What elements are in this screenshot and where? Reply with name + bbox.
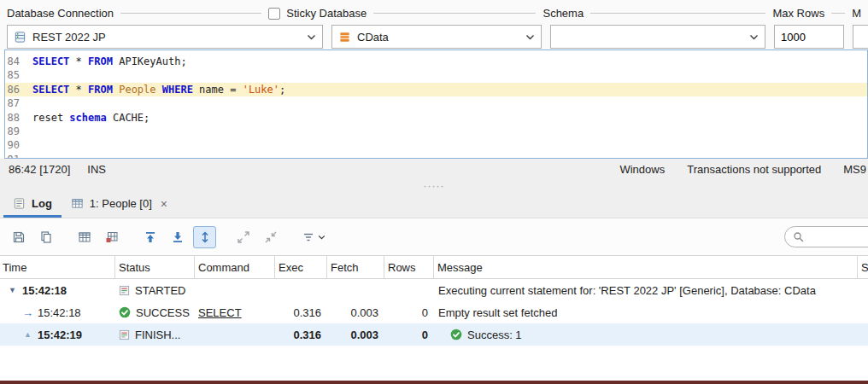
expand-all-button[interactable]: [232, 226, 255, 248]
log-search-box[interactable]: [784, 226, 868, 247]
log-time-cell: ▼15:42:18: [0, 284, 115, 297]
editor-line[interactable]: 91: [5, 153, 867, 159]
column-header-rows[interactable]: Rows: [384, 256, 434, 278]
code-text: SELECT * FROM People WHERE name = 'Luke'…: [27, 83, 285, 96]
chevron-down-icon: [525, 34, 535, 40]
expand-all-icon: [237, 230, 250, 244]
toolbar-controls-row: REST 2022 JP CData: [0, 24, 868, 49]
copy-log-button[interactable]: [34, 226, 57, 248]
table-add-icon: [105, 230, 119, 244]
column-header-status[interactable]: Status: [115, 256, 195, 278]
editor-line[interactable]: 88reset schema CACHE;: [5, 111, 867, 125]
time-value: 15:42:19: [38, 329, 82, 341]
log-message-cell: Success: 1: [434, 329, 858, 341]
editor-line[interactable]: 86SELECT * FROM People WHERE name = 'Luk…: [5, 83, 867, 96]
code-text: [27, 68, 32, 82]
column-header-s[interactable]: S: [858, 256, 868, 278]
status-right-group: Windows Transactions not supported MS9: [619, 163, 868, 176]
next-control-cut[interactable]: [853, 25, 868, 49]
transactions-indicator: Transactions not supported: [687, 163, 821, 176]
max-rows-input[interactable]: [781, 31, 837, 44]
search-input[interactable]: [809, 230, 868, 243]
close-icon[interactable]: ×: [161, 197, 167, 211]
scroll-to-bottom-button[interactable]: [166, 226, 189, 248]
column-header-fetch[interactable]: Fetch: [327, 256, 384, 278]
connection-toolbar: Database Connection Sticky Database Sche…: [0, 0, 868, 49]
editor-line[interactable]: 84SELECT * FROM APIKeyAuth;: [5, 55, 867, 68]
tail-mode-toggle[interactable]: [193, 226, 216, 248]
log-time-cell: →15:42:18: [0, 306, 115, 319]
log-icon: [13, 197, 26, 210]
editor-line[interactable]: 87: [5, 96, 867, 110]
code-token: CACHE;: [107, 112, 150, 124]
caret-position: 86:42 [1720]: [9, 163, 70, 176]
column-header-command[interactable]: Command: [195, 256, 275, 278]
finish-arrow-icon[interactable]: ▲: [21, 330, 35, 339]
tab-people-result[interactable]: 1: People [0] ×: [62, 192, 177, 218]
log-status-cell: STARTED: [115, 284, 195, 297]
command-link[interactable]: SELECT: [198, 306, 242, 319]
chevron-down-icon: [749, 34, 759, 40]
message-text: Empty result set fetched: [438, 306, 557, 319]
log-options-dropdown[interactable]: [297, 226, 330, 248]
log-row[interactable]: ▲15:42:19FINISH...0.3160.0030Success: 1: [0, 323, 868, 346]
log-row[interactable]: →15:42:18SUCCESSSELECT0.3160.0030Empty r…: [0, 301, 868, 323]
time-value: 15:42:18: [22, 284, 67, 297]
line-number: 87: [5, 96, 27, 110]
save-log-button[interactable]: [7, 226, 30, 248]
tab-people-label: 1: People [0]: [90, 197, 152, 210]
code-token: SELECT: [32, 84, 69, 96]
code-text: [27, 153, 32, 159]
tab-log[interactable]: Log: [3, 192, 62, 218]
column-header-exec[interactable]: Exec: [275, 256, 327, 278]
status-value: SUCCESS: [136, 306, 190, 319]
column-header-time[interactable]: Time: [0, 256, 115, 278]
database-select[interactable]: CData: [331, 25, 542, 49]
fetch-time-cell: 0.003: [327, 329, 384, 341]
database-connection-select[interactable]: REST 2022 JP: [7, 25, 323, 49]
platform-indicator: Windows: [619, 163, 665, 176]
line-number: 85: [5, 68, 27, 82]
scroll-to-top-button[interactable]: [138, 226, 161, 248]
tail-mode-icon: [198, 230, 212, 244]
schema-label: Schema: [542, 7, 584, 20]
code-text: [27, 96, 32, 110]
show-grid-button[interactable]: [73, 226, 96, 248]
line-number: 88: [5, 111, 27, 125]
status-value: FINISH...: [135, 329, 180, 341]
pin-grid-button[interactable]: [100, 226, 123, 248]
message-text: Success: 1: [467, 329, 522, 341]
splitter-handle[interactable]: ·····: [0, 179, 868, 192]
log-message-cell: Executing current statement for: 'REST 2…: [434, 284, 858, 297]
database-connection-label: Database Connection: [7, 7, 114, 20]
editor-line[interactable]: 90: [5, 138, 867, 152]
log-row[interactable]: ▼15:42:18STARTEDExecuting current statem…: [0, 279, 868, 301]
collapse-all-button[interactable]: [259, 226, 282, 248]
code-token: WHERE: [162, 84, 193, 96]
chevron-down-icon: [307, 34, 316, 40]
editor-status-bar: 86:42 [1720] INS Windows Transactions no…: [0, 159, 868, 179]
success-icon: [450, 329, 462, 340]
tab-log-label: Log: [32, 197, 52, 210]
scroll-to-bottom-icon: [171, 230, 185, 244]
editor-line[interactable]: 85: [5, 68, 867, 82]
code-token: *: [69, 84, 88, 96]
editor-line[interactable]: 89: [5, 125, 867, 138]
database-value: CData: [357, 31, 389, 44]
statement-arrow-icon[interactable]: →: [21, 306, 35, 319]
code-token: SELECT: [32, 55, 69, 67]
log-toolbar: [0, 218, 868, 255]
sticky-database-checkbox[interactable]: [268, 8, 280, 20]
line-number: 91: [5, 153, 27, 159]
schema-select[interactable]: [550, 25, 765, 49]
line-number: 86: [5, 83, 27, 96]
exec-time-cell: 0.316: [275, 329, 327, 341]
expander-expanded-icon[interactable]: ▼: [5, 286, 20, 294]
code-token: name =: [193, 84, 243, 96]
log-status-icon: [119, 329, 130, 340]
sql-editor[interactable]: 84SELECT * FROM APIKeyAuth;8586SELECT * …: [4, 49, 868, 159]
column-header-message[interactable]: Message: [434, 256, 858, 278]
time-value: 15:42:18: [38, 306, 81, 319]
code-text: reset schema CACHE;: [27, 111, 150, 125]
result-tabs: Log 1: People [0] ×: [0, 192, 868, 218]
